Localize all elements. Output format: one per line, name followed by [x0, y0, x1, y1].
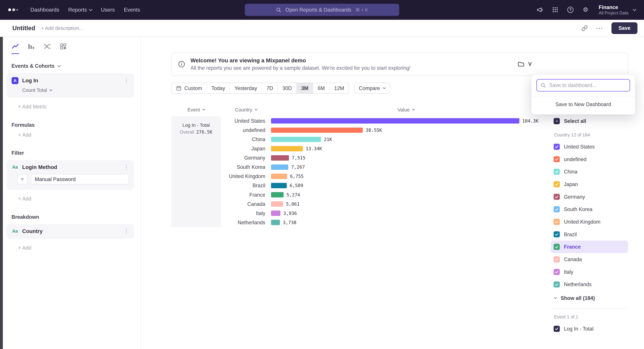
country-filter-item[interactable]: South Korea	[551, 203, 628, 216]
bar[interactable]	[271, 137, 321, 142]
country-filter-item[interactable]: Netherlands	[551, 278, 628, 291]
filter-property-name[interactable]: Login Method	[22, 164, 57, 170]
country-column-header[interactable]: Country	[221, 107, 271, 113]
country-filter-item[interactable]: Canada	[551, 253, 628, 266]
range-3m-selected[interactable]: 3M	[296, 83, 313, 93]
country-checkbox[interactable]	[554, 282, 560, 288]
country-checkbox[interactable]	[554, 244, 560, 250]
banner-action-button[interactable]: V	[518, 61, 621, 68]
event-column-header[interactable]: Event	[171, 107, 221, 113]
add-description-field[interactable]: + Add description...	[41, 25, 83, 31]
country-checkbox[interactable]	[554, 256, 560, 263]
filter-value-field[interactable]: Manual Password	[31, 174, 129, 184]
bar[interactable]	[271, 211, 280, 216]
range-30d[interactable]: 30D	[278, 83, 296, 93]
range-6m[interactable]: 6M	[313, 83, 329, 93]
tab-retention[interactable]	[60, 43, 67, 54]
country-checkbox[interactable]	[554, 231, 560, 238]
bar[interactable]	[271, 174, 287, 179]
event-checkbox[interactable]	[554, 326, 560, 332]
range-7d[interactable]: 7D	[262, 83, 278, 93]
tab-insights[interactable]	[12, 43, 19, 54]
bar[interactable]	[271, 192, 284, 197]
add-filter-button[interactable]: + Add	[18, 196, 134, 202]
settings-gear-icon[interactable]: ⚙	[582, 6, 589, 13]
aggregation-dropdown[interactable]: Count Total	[22, 87, 129, 93]
project-name: Finance	[599, 4, 628, 10]
copy-link-icon[interactable]	[582, 25, 588, 31]
country-filter-item[interactable]: France	[551, 241, 628, 253]
chart-type-tabs	[12, 43, 134, 54]
add-metric-button[interactable]: + Add Metric	[18, 104, 134, 110]
event-filter-item[interactable]: Log In - Total	[551, 323, 628, 335]
broadcast-icon[interactable]	[536, 6, 544, 13]
country-filter-item[interactable]: United States	[551, 140, 628, 153]
country-checkbox[interactable]	[554, 181, 560, 187]
value-column-header[interactable]: Value	[271, 107, 541, 113]
left-scrollbar[interactable]	[0, 37, 3, 349]
nav-item-users[interactable]: Users	[101, 7, 115, 13]
tab-flows[interactable]	[44, 43, 51, 54]
show-all-button[interactable]: Show all (184)	[551, 292, 628, 304]
bar[interactable]	[271, 201, 283, 207]
save-to-new-dashboard-item[interactable]: Save to New Dashboard	[532, 96, 635, 112]
breakdown-property-name[interactable]: Country	[22, 228, 42, 234]
country-checkbox[interactable]	[554, 219, 560, 225]
country-checkbox[interactable]	[554, 144, 560, 150]
events-section-title[interactable]: Events & Cohorts	[12, 63, 134, 69]
compare-button[interactable]: Compare	[354, 83, 390, 94]
kebab-menu-icon[interactable]: ⋮	[124, 165, 129, 170]
country-filter-item[interactable]: Brazil	[551, 228, 628, 241]
country-checkbox[interactable]	[554, 206, 560, 212]
help-icon[interactable]: ?	[567, 6, 574, 13]
nav-item-dashboards[interactable]: Dashboards	[30, 7, 59, 13]
country-filter-item[interactable]: China	[551, 165, 628, 178]
mixpanel-logo-icon[interactable]	[8, 8, 18, 11]
select-all-checkbox[interactable]: −	[554, 118, 560, 124]
filter-card[interactable]: Aa Login Method ⋮ = Manual Password	[6, 160, 134, 190]
country-filter-item[interactable]: undefined	[551, 153, 628, 166]
country-checkbox[interactable]	[554, 169, 560, 175]
dashboard-search-field[interactable]	[536, 79, 630, 91]
kebab-menu-icon[interactable]: ⋮	[124, 78, 129, 83]
tab-funnels[interactable]	[28, 43, 35, 54]
bar[interactable]	[271, 155, 289, 161]
range-today[interactable]: Today	[206, 83, 230, 93]
bar[interactable]	[271, 118, 519, 124]
save-button[interactable]: Save	[612, 22, 638, 34]
global-search-button[interactable]: Open Reports & Dashboards ⌘ + K	[245, 4, 399, 16]
country-checkbox[interactable]	[554, 194, 560, 200]
event-name[interactable]: Log In	[22, 77, 38, 84]
country-checkbox[interactable]	[554, 269, 560, 275]
country-checkbox[interactable]	[554, 156, 560, 162]
report-title[interactable]: Untitled	[12, 25, 35, 32]
country-filter-item[interactable]: Italy	[551, 266, 628, 278]
country-filter-item[interactable]: United Kingdom	[551, 216, 628, 228]
project-selector[interactable]: Finance All Project Data	[599, 4, 636, 15]
dashboard-search-input[interactable]	[549, 82, 626, 88]
apps-grid-icon[interactable]	[552, 6, 559, 13]
chart-row: China21K	[221, 135, 541, 144]
event-card[interactable]: A Log In ⋮ Count Total	[6, 73, 134, 98]
bar[interactable]	[271, 183, 286, 188]
country-filter-item[interactable]: Germany	[551, 191, 628, 203]
range-yesterday[interactable]: Yesterday	[230, 83, 262, 93]
bar[interactable]	[271, 220, 280, 225]
chart-row: France5,274	[221, 190, 541, 199]
add-breakdown-button[interactable]: + Add	[18, 245, 134, 251]
bar[interactable]	[271, 128, 363, 133]
range-12m[interactable]: 12M	[330, 83, 349, 93]
bar-value-label: 38.55K	[366, 128, 382, 133]
country-filter-item[interactable]: Japan	[551, 178, 628, 191]
kebab-menu-icon[interactable]: ⋮	[124, 229, 129, 234]
nav-item-events[interactable]: Events	[124, 7, 140, 13]
add-formula-button[interactable]: + Add	[18, 132, 134, 138]
filter-operator-dropdown[interactable]: =	[17, 174, 28, 184]
range-custom[interactable]: Custom	[172, 83, 206, 93]
bar[interactable]	[271, 146, 303, 151]
select-all-row[interactable]: − Select all	[551, 118, 628, 124]
nav-item-reports[interactable]: Reports	[68, 7, 92, 13]
breakdown-card[interactable]: Aa Country ⋮	[6, 224, 134, 239]
bar[interactable]	[271, 164, 288, 170]
country-filter-label: United Kingdom	[564, 219, 600, 225]
